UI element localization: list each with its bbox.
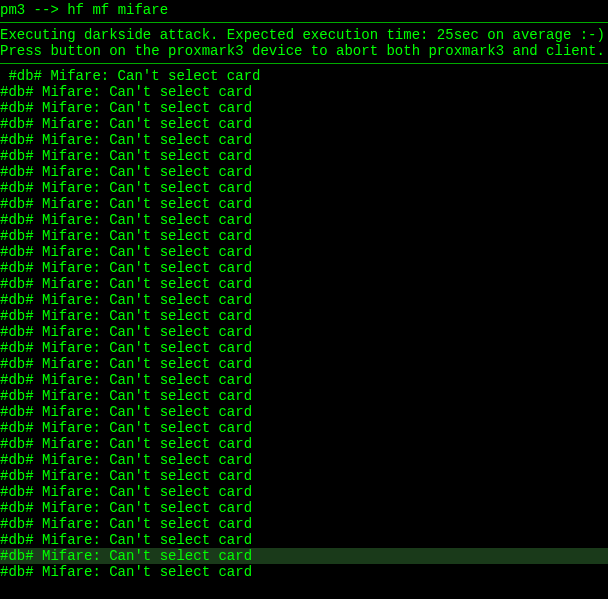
error-line: #db# Mifare: Can't select card <box>0 276 608 292</box>
error-line: #db# Mifare: Can't select card <box>0 308 608 324</box>
error-line: #db# Mifare: Can't select card <box>0 100 608 116</box>
error-line: #db# Mifare: Can't select card <box>0 420 608 436</box>
error-line: #db# Mifare: Can't select card <box>0 532 608 548</box>
error-line: #db# Mifare: Can't select card <box>0 372 608 388</box>
status-message-2: Press button on the proxmark3 device to … <box>0 43 608 59</box>
terminal-output: pm3 --> hf mf mifare Executing darkside … <box>0 0 608 599</box>
status-message-1: Executing darkside attack. Expected exec… <box>0 27 608 43</box>
error-line: #db# Mifare: Can't select card <box>0 68 608 84</box>
error-line: #db# Mifare: Can't select card <box>0 404 608 420</box>
error-line: #db# Mifare: Can't select card <box>0 340 608 356</box>
error-line: #db# Mifare: Can't select card <box>0 132 608 148</box>
error-line: #db# Mifare: Can't select card <box>0 148 608 164</box>
error-line: #db# Mifare: Can't select card <box>0 116 608 132</box>
separator-line <box>0 22 608 23</box>
error-line: #db# Mifare: Can't select card <box>0 452 608 468</box>
error-line: #db# Mifare: Can't select card <box>0 500 608 516</box>
error-line: #db# Mifare: Can't select card <box>0 564 608 580</box>
error-line: #db# Mifare: Can't select card <box>0 180 608 196</box>
separator-line-2 <box>0 63 608 64</box>
error-line: #db# Mifare: Can't select card <box>0 260 608 276</box>
error-line: #db# Mifare: Can't select card <box>0 228 608 244</box>
command-text: hf mf mifare <box>67 2 168 18</box>
error-line: #db# Mifare: Can't select card <box>0 484 608 500</box>
error-line: #db# Mifare: Can't select card <box>0 356 608 372</box>
error-line: #db# Mifare: Can't select card <box>0 324 608 340</box>
error-line: #db# Mifare: Can't select card <box>0 436 608 452</box>
prompt: pm3 --> <box>0 2 67 18</box>
error-line: #db# Mifare: Can't select card <box>0 388 608 404</box>
error-line: #db# Mifare: Can't select card <box>0 516 608 532</box>
error-line: #db# Mifare: Can't select card <box>0 548 608 564</box>
error-line: #db# Mifare: Can't select card <box>0 292 608 308</box>
error-output-block: #db# Mifare: Can't select card#db# Mifar… <box>0 68 608 580</box>
error-line: #db# Mifare: Can't select card <box>0 196 608 212</box>
error-line: #db# Mifare: Can't select card <box>0 164 608 180</box>
error-line: #db# Mifare: Can't select card <box>0 468 608 484</box>
error-line: #db# Mifare: Can't select card <box>0 244 608 260</box>
error-line: #db# Mifare: Can't select card <box>0 212 608 228</box>
command-prompt-line: pm3 --> hf mf mifare <box>0 2 608 18</box>
error-line: #db# Mifare: Can't select card <box>0 84 608 100</box>
